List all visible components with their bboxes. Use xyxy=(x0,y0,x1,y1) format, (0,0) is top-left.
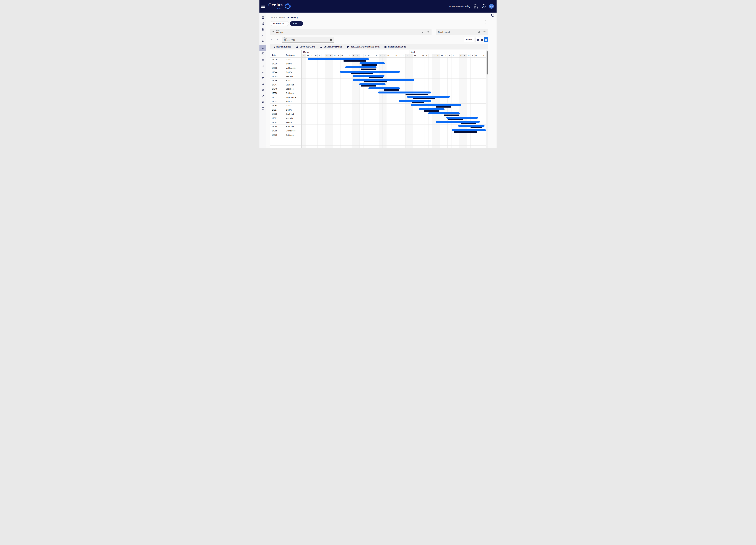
apps-grid-icon[interactable] xyxy=(474,4,478,8)
help-icon[interactable]: ? xyxy=(482,4,486,8)
breadcrumb-section[interactable]: Section xyxy=(278,16,285,18)
table-row-job-17064[interactable]: 17064Stark Ind. xyxy=(270,124,301,129)
gantt-bar-drum-17057[interactable] xyxy=(424,110,439,112)
gantt-bar-drum-17063[interactable] xyxy=(461,123,476,124)
gantt-bar-drum-17044[interactable] xyxy=(351,73,373,74)
gantt-bar-planned-17047[interactable] xyxy=(359,83,386,85)
table-row-job-17068[interactable]: 17068McDowells xyxy=(270,129,301,133)
gantt-bar-drum-17061[interactable] xyxy=(448,119,463,120)
filter-select[interactable]: Filter Default xyxy=(270,29,432,35)
table-row-job-17058[interactable]: 17058Stark Ind. xyxy=(270,112,301,116)
next-period-icon[interactable] xyxy=(276,38,279,41)
recalculate-drum-end-date-button[interactable]: RECALCULATE DRUM END DATE xyxy=(347,45,380,48)
quick-search-input[interactable]: Quick search xyxy=(436,29,488,35)
more-options-icon[interactable] xyxy=(484,20,487,23)
gantt-bar-planned-17033[interactable] xyxy=(345,66,376,68)
gantt-bar-planned-17044[interactable] xyxy=(340,71,400,73)
sidebar-item-archive[interactable] xyxy=(259,99,266,105)
sidebar-item-engineering[interactable] xyxy=(259,87,266,93)
table-row-job-17045[interactable]: 17045Vesuvio xyxy=(270,74,301,79)
table-row-job-17061[interactable]: 17061Vesuvio xyxy=(270,116,301,120)
table-row-job-17033[interactable]: 17033McDowells xyxy=(270,66,301,70)
breadcrumb-home[interactable]: Home xyxy=(270,16,275,18)
gantt-bar-drum-17030[interactable] xyxy=(362,64,377,66)
sidebar-item-pencils[interactable] xyxy=(259,57,266,63)
table-row-job-17050[interactable]: 17050Satriales xyxy=(270,91,301,95)
gantt-bar-drum-17058[interactable] xyxy=(444,114,459,116)
reschedule-jobs-button[interactable]: RESCHEDULE JOBS xyxy=(384,45,406,48)
gantt-bar-planned-17054[interactable] xyxy=(411,104,461,106)
month-view-button[interactable] xyxy=(484,37,488,42)
gantt-bar-drum-17068[interactable] xyxy=(454,131,477,133)
sidebar-item-settings-gear[interactable] xyxy=(259,26,266,33)
sidebar-item-dashboard[interactable] xyxy=(259,14,266,20)
calendar-picker-icon[interactable] xyxy=(329,38,332,41)
gantt-bar-drum-17046[interactable] xyxy=(364,81,387,82)
table-row-job-17054[interactable]: 17054SCDP xyxy=(270,104,301,108)
table-row-job-17030[interactable]: 17030Bluth's xyxy=(270,62,301,66)
gantt-bar-drum-17033[interactable] xyxy=(361,68,376,70)
search-icon[interactable] xyxy=(477,31,481,34)
sidebar-item-barcode[interactable] xyxy=(259,33,266,39)
day-view-button[interactable] xyxy=(476,37,480,42)
gantt-bar-drum-17050[interactable] xyxy=(406,94,428,95)
table-row-job-17057[interactable]: 17057Bluth's xyxy=(270,108,301,112)
gantt-bar-planned-17061[interactable] xyxy=(446,117,478,119)
user-avatar[interactable]: LJ xyxy=(489,4,494,9)
table-row-job-17053[interactable]: 17053Bluth's xyxy=(270,99,301,104)
sidebar-item-id-card[interactable] xyxy=(259,51,266,57)
gantt-bar-planned-17049[interactable] xyxy=(368,87,400,89)
table-row-job-17063[interactable]: 17063Initech xyxy=(270,120,301,125)
sidebar-item-money-case[interactable] xyxy=(259,75,266,81)
gantt-bar-drum-17045[interactable] xyxy=(369,77,383,78)
sidebar-item-file-chart[interactable] xyxy=(259,81,266,87)
gantt-bar-drum-17029[interactable] xyxy=(344,60,366,62)
prev-period-icon[interactable] xyxy=(271,38,274,41)
gantt-bar-planned-17045[interactable] xyxy=(353,75,385,77)
sidebar-item-user[interactable] xyxy=(259,39,266,45)
gantt-bar-planned-17046[interactable] xyxy=(353,79,414,81)
table-row-job-17046[interactable]: 17046SCDP xyxy=(270,78,301,83)
gantt-bar-drum-17047[interactable] xyxy=(361,85,376,86)
gantt-bar-planned-17063[interactable] xyxy=(436,121,480,123)
dropdown-caret-icon[interactable] xyxy=(422,32,423,33)
chat-bubble-icon[interactable] xyxy=(491,13,495,17)
filter-tune-icon[interactable] xyxy=(427,31,430,34)
gantt-bar-planned-17050[interactable] xyxy=(378,91,431,93)
tab-scheduling[interactable]: SCHEDULING xyxy=(270,21,289,26)
gantt-bar-planned-17053[interactable] xyxy=(399,100,431,102)
gantt-bar-planned-17068[interactable] xyxy=(452,129,486,131)
gantt-bar-drum-17051[interactable] xyxy=(413,98,435,99)
vertical-scrollbar-thumb[interactable] xyxy=(487,51,488,75)
new-sequence-button[interactable]: NEW SEQUENCE xyxy=(272,45,291,48)
table-row-job-17049[interactable]: 17049Satriales xyxy=(270,87,301,91)
tab-gantt[interactable]: GANTT xyxy=(290,21,303,26)
gantt-bar-planned-17051[interactable] xyxy=(407,96,450,98)
sidebar-item-wrench[interactable] xyxy=(259,93,266,99)
gantt-bar-planned-17029[interactable] xyxy=(308,58,369,60)
gantt-bar-planned-17030[interactable] xyxy=(360,62,385,64)
date-picker-field[interactable]: Date March 2022 xyxy=(282,37,334,42)
sidebar-item-report[interactable] xyxy=(259,69,266,75)
week-view-button[interactable] xyxy=(480,37,484,42)
gantt-bar-planned-17058[interactable] xyxy=(428,112,460,114)
gantt-bar-planned-17057[interactable] xyxy=(419,108,444,110)
gantt-bar-drum-17054[interactable] xyxy=(436,106,451,107)
vertical-scrollbar[interactable] xyxy=(486,50,488,148)
unlock-subtasks-button[interactable]: UNLOCK SUBTASKS xyxy=(320,45,342,48)
sidebar-item-factory[interactable] xyxy=(259,45,266,51)
sidebar-item-database[interactable] xyxy=(259,105,266,111)
hamburger-menu-icon[interactable] xyxy=(261,5,265,8)
gantt-bar-drum-17049[interactable] xyxy=(384,89,399,91)
table-row-job-17044[interactable]: 17044Bluth's xyxy=(270,70,301,74)
sidebar-item-quality-badge[interactable] xyxy=(259,63,266,69)
search-tune-icon[interactable] xyxy=(483,31,486,34)
gantt-bar-drum-17064[interactable] xyxy=(471,127,482,128)
sidebar-item-analytics[interactable] xyxy=(259,20,266,26)
table-row-job-17047[interactable]: 17047Stark Ind. xyxy=(270,83,301,87)
table-row-job-17051[interactable]: 17051Big Kahuna xyxy=(270,95,301,99)
gantt-bar-drum-17053[interactable] xyxy=(412,102,424,103)
today-button[interactable]: TODAY xyxy=(464,37,474,42)
table-row-job-17070[interactable]: 17070Satriales xyxy=(270,133,301,137)
lock-subtasks-button[interactable]: LOCK SUBTASKS xyxy=(296,45,315,48)
